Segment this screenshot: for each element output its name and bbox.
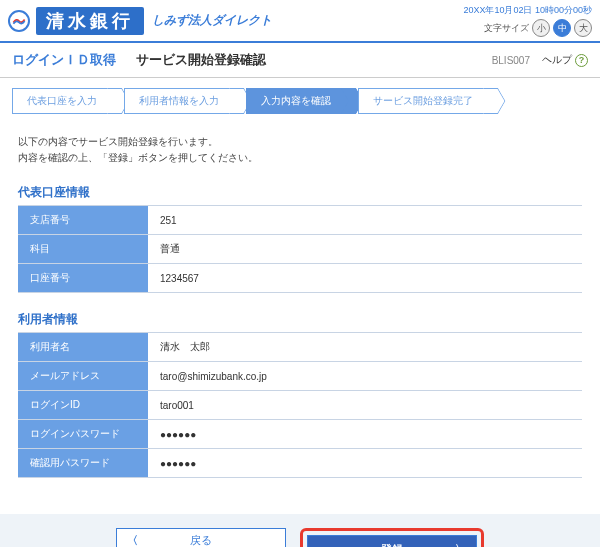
section1-title: 代表口座情報 — [18, 184, 582, 201]
header-right: 20XX年10月02日 10時00分00秒 文字サイズ 小 中 大 — [463, 4, 592, 37]
field-value: ●●●●●● — [148, 420, 582, 449]
field-label: ログインID — [18, 391, 148, 420]
back-button-label: 戻る — [190, 533, 212, 548]
table-row: ログインIDtaro001 — [18, 391, 582, 420]
step-4: サービス開始登録完了 — [358, 88, 492, 114]
page-subheader: ログインＩＤ取得 サービス開始登録確認 BLIS007 ヘルプ ? — [0, 43, 600, 78]
instruction-line-2: 内容を確認の上、「登録」ボタンを押してください。 — [18, 150, 582, 166]
table-row: メールアドレスtaro@shimizubank.co.jp — [18, 362, 582, 391]
field-label: 確認用パスワード — [18, 449, 148, 478]
table-row: 支店番号251 — [18, 206, 582, 235]
app-header: 清水銀行 しみず法人ダイレクト 20XX年10月02日 10時00分00秒 文字… — [0, 0, 600, 43]
field-label: 利用者名 — [18, 333, 148, 362]
table-row: 科目普通 — [18, 235, 582, 264]
field-value: 1234567 — [148, 264, 582, 293]
account-info-table: 支店番号251 科目普通 口座番号1234567 — [18, 205, 582, 293]
user-info-table: 利用者名清水 太郎 メールアドレスtaro@shimizubank.co.jp … — [18, 332, 582, 478]
fontsize-controls: 文字サイズ 小 中 大 — [463, 19, 592, 37]
step-indicator: 代表口座を入力 利用者情報を入力 入力内容を確認 サービス開始登録完了 — [0, 78, 600, 120]
field-label: 科目 — [18, 235, 148, 264]
step-2: 利用者情報を入力 — [124, 88, 238, 114]
table-row: 利用者名清水 太郎 — [18, 333, 582, 362]
help-link[interactable]: ヘルプ ? — [542, 53, 588, 67]
service-tagline: しみず法人ダイレクト — [152, 12, 272, 29]
screen-id: BLIS007 — [492, 55, 530, 66]
action-bar: 〈 戻る 〈 中断 登録 〉 — [0, 514, 600, 547]
chevron-right-icon: 〉 — [455, 542, 466, 548]
fontsize-medium-button[interactable]: 中 — [553, 19, 571, 37]
submit-button[interactable]: 登録 〉 — [307, 535, 477, 547]
field-value: ●●●●●● — [148, 449, 582, 478]
section2-title: 利用者情報 — [18, 311, 582, 328]
instruction-line-1: 以下の内容でサービス開始登録を行います。 — [18, 134, 582, 150]
field-value: 251 — [148, 206, 582, 235]
page-title: ログインＩＤ取得 — [12, 51, 116, 69]
table-row: 確認用パスワード●●●●●● — [18, 449, 582, 478]
field-label: ログインパスワード — [18, 420, 148, 449]
field-value: taro@shimizubank.co.jp — [148, 362, 582, 391]
help-label: ヘルプ — [542, 53, 572, 67]
table-row: ログインパスワード●●●●●● — [18, 420, 582, 449]
timestamp: 20XX年10月02日 10時00分00秒 — [463, 4, 592, 17]
table-row: 口座番号1234567 — [18, 264, 582, 293]
fontsize-label: 文字サイズ — [484, 22, 529, 35]
field-label: 支店番号 — [18, 206, 148, 235]
submit-button-label: 登録 — [381, 542, 403, 548]
step-3: 入力内容を確認 — [246, 88, 350, 114]
back-button[interactable]: 〈 戻る — [116, 528, 286, 547]
field-label: 口座番号 — [18, 264, 148, 293]
field-value: 清水 太郎 — [148, 333, 582, 362]
field-value: 普通 — [148, 235, 582, 264]
help-icon: ? — [575, 54, 588, 67]
instruction-text: 以下の内容でサービス開始登録を行います。 内容を確認の上、「登録」ボタンを押して… — [18, 134, 582, 166]
step-1: 代表口座を入力 — [12, 88, 116, 114]
field-value: taro001 — [148, 391, 582, 420]
field-label: メールアドレス — [18, 362, 148, 391]
submit-highlight: 登録 〉 — [300, 528, 484, 547]
page-subtitle: サービス開始登録確認 — [136, 51, 266, 69]
fontsize-small-button[interactable]: 小 — [532, 19, 550, 37]
chevron-left-icon: 〈 — [127, 533, 138, 548]
fontsize-large-button[interactable]: 大 — [574, 19, 592, 37]
bank-logo-icon — [8, 10, 30, 32]
bank-name: 清水銀行 — [36, 7, 144, 35]
main-content: 以下の内容でサービス開始登録を行います。 内容を確認の上、「登録」ボタンを押して… — [0, 120, 600, 514]
